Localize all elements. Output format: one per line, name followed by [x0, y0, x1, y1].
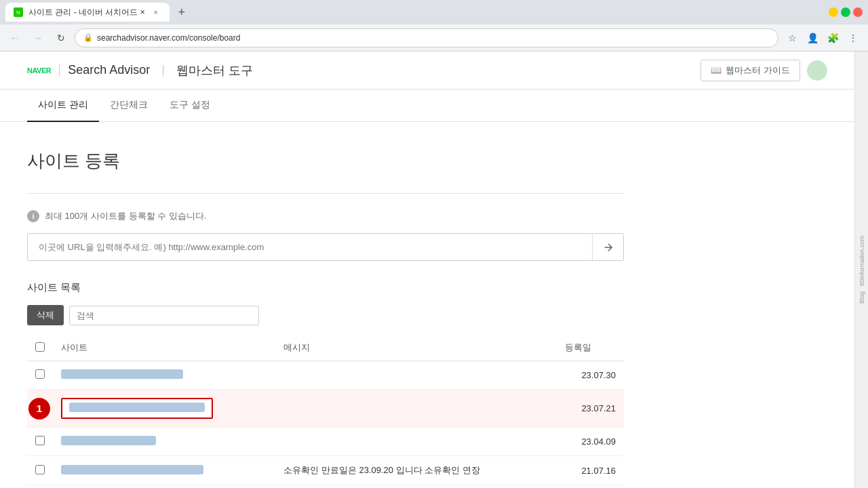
tab-quick-check[interactable]: 간단체크 — [99, 89, 159, 122]
maximize-button[interactable] — [841, 7, 850, 17]
row2-message — [275, 390, 557, 428]
site-header: NAVER Search Advisor | 웹마스터 도구 📖 웹마스터 가이… — [0, 52, 854, 89]
section-divider — [27, 193, 624, 194]
guide-book-icon: 📖 — [711, 65, 722, 75]
url-submit-button[interactable] — [592, 234, 623, 260]
row2-date: 23.07.21 — [557, 390, 624, 428]
table-row: 23.07.30 — [27, 361, 624, 390]
row3-message — [275, 428, 557, 456]
title-separator: | — [158, 63, 168, 77]
back-button[interactable]: ← — [5, 28, 24, 47]
extensions-icon[interactable]: 🧩 — [823, 28, 842, 47]
delete-button[interactable]: 삭제 — [27, 305, 64, 325]
table-header: 사이트 메시지 등록일 — [27, 335, 624, 361]
submit-arrow-icon — [602, 241, 614, 253]
row1-date: 23.07.30 — [557, 361, 624, 390]
browser-controls: ← → ↻ 🔒 searchadvisor.naver.com/console/… — [0, 24, 868, 52]
site-search-input[interactable] — [69, 306, 259, 325]
user-avatar[interactable] — [807, 60, 827, 81]
select-all-checkbox[interactable] — [35, 342, 45, 352]
row4-date: 21.07.16 — [557, 456, 624, 485]
info-row: i 최대 100개 사이트를 등록할 수 있습니다. — [27, 210, 624, 222]
main-area: NAVER Search Advisor | 웹마스터 도구 📖 웹마스터 가이… — [0, 52, 854, 488]
row3-checkbox[interactable] — [35, 436, 45, 445]
page-title: 사이트 등록 — [27, 149, 624, 173]
browser-titlebar: N 사이트 관리 - 네이버 서치어드 × × + — [0, 0, 868, 24]
url-input[interactable] — [28, 234, 592, 260]
page-content: NAVER Search Advisor | 웹마스터 도구 📖 웹마스터 가이… — [0, 52, 868, 488]
url-input-area — [27, 233, 624, 261]
content-area: 사이트 등록 i 최대 100개 사이트를 등록할 수 있습니다. — [0, 122, 651, 488]
refresh-button[interactable]: ↻ — [52, 28, 71, 47]
tab-tool-settings[interactable]: 도구 설정 — [159, 89, 221, 122]
table-row: 23.04.09 — [27, 428, 624, 456]
row3-date: 23.04.09 — [557, 428, 624, 456]
side-text-1: 60information.com — [859, 236, 865, 286]
site-table: 사이트 메시지 등록일 — [27, 335, 624, 485]
row3-site[interactable] — [53, 428, 275, 456]
row2-site[interactable]: 1 — [53, 390, 275, 428]
row4-url-blur — [61, 465, 203, 474]
col-checkbox — [27, 335, 53, 361]
row4-message: 소유확인 만료일은 23.09.20 입니다 소유확인 연장 — [275, 456, 557, 485]
row2-url-blur — [69, 403, 205, 412]
webmaster-guide-button[interactable]: 📖 웹마스터 가이드 — [701, 60, 800, 81]
nav-tabs: 사이트 관리 간단체크 도구 설정 — [0, 89, 854, 122]
highlight-box — [61, 398, 213, 419]
row1-checkbox-cell — [27, 361, 53, 390]
forward-button[interactable]: → — [28, 28, 47, 47]
new-tab-button[interactable]: + — [172, 3, 191, 22]
table-row: 1 23.07.21 — [27, 390, 624, 428]
col-site: 사이트 — [53, 335, 275, 361]
settings-icon[interactable]: ⋮ — [844, 28, 863, 47]
col-date: 등록일 — [557, 335, 624, 361]
table-body: 23.07.30 1 — [27, 361, 624, 485]
row1-message — [275, 361, 557, 390]
naver-logo: NAVER — [27, 66, 51, 75]
bookmark-icon[interactable]: ☆ — [783, 28, 802, 47]
side-annotation: 60information.com Blog — [854, 52, 868, 488]
tab-title: 사이트 관리 - 네이버 서치어드 × — [28, 7, 145, 18]
search-advisor-title: Search Advisor — [68, 63, 150, 77]
info-text: 최대 100개 사이트를 등록할 수 있습니다. — [45, 210, 206, 222]
address-text: searchadvisor.naver.com/console/board — [97, 33, 240, 43]
row4-checkbox-cell — [27, 456, 53, 485]
row4-site[interactable] — [53, 456, 275, 485]
row4-checkbox[interactable] — [35, 465, 45, 474]
profile-icon[interactable]: 👤 — [803, 28, 822, 47]
site-list-toolbar: 삭제 — [27, 305, 624, 325]
row3-checkbox-cell — [27, 428, 53, 456]
address-bar[interactable]: 🔒 searchadvisor.naver.com/console/board — [75, 28, 778, 47]
col-message: 메시지 — [275, 335, 557, 361]
tab-favicon: N — [14, 7, 23, 17]
site-list-header: 사이트 목록 — [27, 281, 624, 294]
browser-tab[interactable]: N 사이트 관리 - 네이버 서치어드 × × — [5, 3, 170, 22]
badge-circle: 1 — [28, 398, 50, 420]
webmaster-tools-title: 웹마스터 도구 — [176, 62, 253, 79]
lock-icon: 🔒 — [83, 33, 93, 42]
header-divider — [59, 64, 60, 77]
row3-url-blur — [61, 436, 156, 445]
minimize-button[interactable] — [829, 7, 838, 17]
header-right: 📖 웹마스터 가이드 — [701, 60, 827, 81]
row1-url-blur — [61, 369, 183, 379]
header-left: NAVER Search Advisor | 웹마스터 도구 — [27, 62, 253, 79]
tab-close-button[interactable]: × — [151, 7, 161, 18]
row1-site[interactable] — [53, 361, 275, 390]
info-icon: i — [27, 210, 39, 222]
table-row: 소유확인 만료일은 23.09.20 입니다 소유확인 연장 21.07.16 — [27, 456, 624, 485]
close-button[interactable] — [853, 7, 863, 17]
tab-site-management[interactable]: 사이트 관리 — [27, 89, 99, 122]
row1-checkbox[interactable] — [35, 369, 45, 379]
side-text-2: Blog — [859, 291, 865, 304]
browser-actions: ☆ 👤 🧩 ⋮ — [783, 28, 863, 47]
guide-btn-label: 웹마스터 가이드 — [726, 64, 790, 77]
